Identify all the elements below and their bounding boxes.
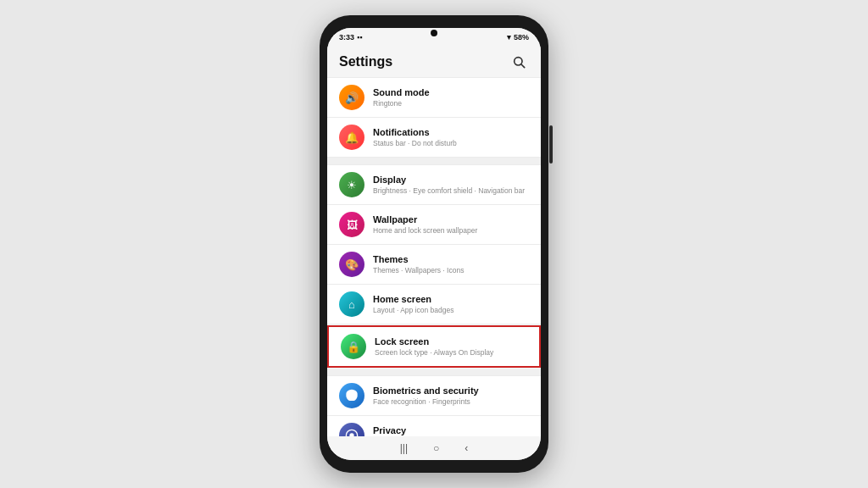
lockscreen-title: Lock screen — [375, 336, 527, 347]
divider-1 — [327, 158, 541, 164]
homescreen-title: Home screen — [373, 293, 529, 305]
phone-screen: 3:33 ▪▪ ▾ 58% Settings 🔊 — [327, 28, 541, 460]
battery-display: 58% — [514, 33, 529, 42]
sound-subtitle: Ringtone — [373, 99, 529, 108]
privacy-title: Privacy — [373, 424, 529, 436]
display-subtitle: Brightness · Eye comfort shield · Naviga… — [373, 186, 529, 196]
search-icon — [512, 55, 526, 69]
wallpaper-title: Wallpaper — [373, 214, 529, 225]
back-button[interactable]: ‹ — [465, 442, 468, 454]
homescreen-subtitle: Layout · App icon badges — [373, 306, 529, 315]
themes-icon: 🎨 — [339, 252, 364, 277]
settings-item-themes[interactable]: 🎨 Themes Themes · Wallpapers · Icons — [327, 245, 541, 285]
biometrics-title: Biometrics and security — [373, 385, 529, 396]
settings-item-sound[interactable]: 🔊 Sound mode Ringtone — [327, 77, 541, 118]
settings-list: 🔊 Sound mode Ringtone 🔔 Notifications St… — [327, 77, 541, 436]
wallpaper-subtitle: Home and lock screen wallpaper — [373, 226, 529, 236]
wallpaper-icon: 🖼 — [339, 212, 364, 237]
homescreen-icon: ⌂ — [339, 291, 364, 317]
settings-group-sound: 🔊 Sound mode Ringtone 🔔 Notifications St… — [327, 77, 541, 158]
sound-title: Sound mode — [373, 86, 529, 98]
home-button[interactable]: ○ — [433, 442, 439, 454]
display-title: Display — [373, 174, 529, 186]
biometrics-subtitle: Face recognition · Fingerprints — [373, 397, 529, 407]
biometrics-icon — [339, 383, 364, 408]
lockscreen-icon: 🔒 — [341, 334, 366, 359]
recents-button[interactable]: ||| — [400, 442, 408, 454]
status-left: 3:33 ▪▪ — [339, 33, 362, 42]
app-title: Settings — [339, 54, 392, 69]
settings-item-display[interactable]: ☀ Display Brightness · Eye comfort shiel… — [327, 164, 541, 205]
settings-group-display: ☀ Display Brightness · Eye comfort shiel… — [327, 164, 541, 368]
settings-group-security: Biometrics and security Face recognition… — [327, 375, 541, 436]
notifications-title: Notifications — [373, 126, 529, 138]
phone-device: 3:33 ▪▪ ▾ 58% Settings 🔊 — [320, 15, 548, 473]
divider-2 — [327, 369, 541, 375]
themes-title: Themes — [373, 253, 529, 265]
svg-point-3 — [349, 433, 353, 436]
lockscreen-subtitle: Screen lock type · Always On Display — [375, 348, 527, 358]
status-right: ▾ 58% — [507, 33, 529, 42]
settings-item-privacy[interactable]: Privacy Permission manager — [327, 416, 541, 436]
themes-subtitle: Themes · Wallpapers · Icons — [373, 266, 529, 275]
nav-bar: ||| ○ ‹ — [327, 436, 541, 460]
app-header: Settings — [327, 47, 541, 77]
display-icon: ☀ — [339, 172, 364, 197]
signal-icons: ▪▪ — [357, 33, 362, 42]
svg-line-1 — [521, 64, 525, 68]
time-display: 3:33 — [339, 33, 354, 42]
search-button[interactable] — [509, 52, 529, 72]
camera-notch — [431, 30, 437, 36]
wifi-icon: ▾ — [507, 33, 511, 42]
sound-icon: 🔊 — [339, 85, 364, 110]
settings-item-notifications[interactable]: 🔔 Notifications Status bar · Do not dist… — [327, 118, 541, 158]
settings-item-lockscreen[interactable]: 🔒 Lock screen Screen lock type · Always … — [327, 325, 541, 368]
settings-item-homescreen[interactable]: ⌂ Home screen Layout · App icon badges — [327, 285, 541, 324]
settings-item-biometrics[interactable]: Biometrics and security Face recognition… — [327, 375, 541, 416]
notifications-icon: 🔔 — [339, 125, 364, 150]
notifications-subtitle: Status bar · Do not disturb — [373, 139, 529, 148]
privacy-icon — [339, 423, 364, 436]
settings-item-wallpaper[interactable]: 🖼 Wallpaper Home and lock screen wallpap… — [327, 205, 541, 245]
